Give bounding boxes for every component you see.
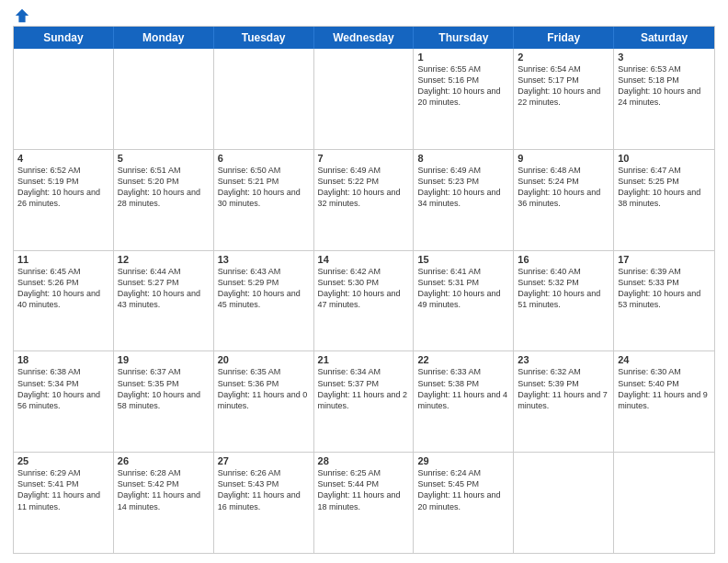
day-content: Sunrise: 6:52 AM Sunset: 5:19 PM Dayligh… xyxy=(17,165,109,210)
logo-icon xyxy=(14,7,30,24)
day-number: 11 xyxy=(17,254,109,265)
calendar-cell: 16Sunrise: 6:40 AM Sunset: 5:32 PM Dayli… xyxy=(514,251,614,351)
calendar-cell xyxy=(214,49,314,149)
day-number: 25 xyxy=(17,455,109,466)
day-number: 14 xyxy=(318,254,410,265)
calendar-cell: 14Sunrise: 6:42 AM Sunset: 5:30 PM Dayli… xyxy=(314,251,415,351)
day-number: 16 xyxy=(518,254,609,265)
day-number: 12 xyxy=(118,254,210,265)
calendar-cell: 1Sunrise: 6:55 AM Sunset: 5:16 PM Daylig… xyxy=(414,49,514,149)
day-content: Sunrise: 6:47 AM Sunset: 5:25 PM Dayligh… xyxy=(618,165,711,210)
day-number: 17 xyxy=(618,254,711,265)
day-content: Sunrise: 6:54 AM Sunset: 5:17 PM Dayligh… xyxy=(518,63,609,109)
day-content: Sunrise: 6:43 AM Sunset: 5:29 PM Dayligh… xyxy=(218,266,310,311)
calendar-cell: 24Sunrise: 6:30 AM Sunset: 5:40 PM Dayli… xyxy=(614,351,714,452)
day-content: Sunrise: 6:53 AM Sunset: 5:18 PM Dayligh… xyxy=(618,63,711,109)
calendar-cell: 5Sunrise: 6:51 AM Sunset: 5:20 PM Daylig… xyxy=(114,150,214,250)
day-number: 9 xyxy=(518,153,609,164)
day-content: Sunrise: 6:25 AM Sunset: 5:44 PM Dayligh… xyxy=(318,467,410,512)
calendar-cell xyxy=(114,49,214,149)
calendar-cell xyxy=(314,49,415,149)
day-number: 23 xyxy=(518,354,609,365)
day-content: Sunrise: 6:35 AM Sunset: 5:36 PM Dayligh… xyxy=(218,366,310,411)
calendar-row: 4Sunrise: 6:52 AM Sunset: 5:19 PM Daylig… xyxy=(14,150,714,251)
header-cell-friday: Friday xyxy=(514,27,614,49)
day-content: Sunrise: 6:49 AM Sunset: 5:22 PM Dayligh… xyxy=(318,165,410,210)
day-number: 22 xyxy=(417,354,509,365)
calendar-cell: 3Sunrise: 6:53 AM Sunset: 5:18 PM Daylig… xyxy=(614,49,714,149)
calendar-cell: 13Sunrise: 6:43 AM Sunset: 5:29 PM Dayli… xyxy=(214,251,314,351)
calendar-body: 1Sunrise: 6:55 AM Sunset: 5:16 PM Daylig… xyxy=(14,49,714,553)
day-number: 20 xyxy=(218,354,310,365)
calendar-cell: 27Sunrise: 6:26 AM Sunset: 5:43 PM Dayli… xyxy=(214,453,314,553)
day-number: 27 xyxy=(218,455,310,466)
day-content: Sunrise: 6:37 AM Sunset: 5:35 PM Dayligh… xyxy=(118,366,210,411)
day-content: Sunrise: 6:29 AM Sunset: 5:41 PM Dayligh… xyxy=(17,467,109,512)
calendar-cell: 7Sunrise: 6:49 AM Sunset: 5:22 PM Daylig… xyxy=(314,150,415,250)
calendar-row: 1Sunrise: 6:55 AM Sunset: 5:16 PM Daylig… xyxy=(14,49,714,150)
calendar-row: 18Sunrise: 6:38 AM Sunset: 5:34 PM Dayli… xyxy=(14,351,714,453)
day-number: 18 xyxy=(17,354,109,365)
calendar-cell: 26Sunrise: 6:28 AM Sunset: 5:42 PM Dayli… xyxy=(114,453,214,553)
day-number: 26 xyxy=(118,455,210,466)
day-content: Sunrise: 6:33 AM Sunset: 5:38 PM Dayligh… xyxy=(417,366,509,411)
day-number: 8 xyxy=(417,153,509,164)
day-content: Sunrise: 6:39 AM Sunset: 5:33 PM Dayligh… xyxy=(618,266,711,311)
day-number: 10 xyxy=(618,153,711,164)
calendar-cell xyxy=(614,453,714,553)
header-cell-wednesday: Wednesday xyxy=(314,27,415,49)
header-cell-thursday: Thursday xyxy=(414,27,514,49)
calendar-cell: 22Sunrise: 6:33 AM Sunset: 5:38 PM Dayli… xyxy=(414,351,514,452)
calendar-cell: 18Sunrise: 6:38 AM Sunset: 5:34 PM Dayli… xyxy=(14,351,114,452)
day-content: Sunrise: 6:41 AM Sunset: 5:31 PM Dayligh… xyxy=(417,266,509,311)
day-content: Sunrise: 6:45 AM Sunset: 5:26 PM Dayligh… xyxy=(17,266,109,311)
header-cell-monday: Monday xyxy=(114,27,214,49)
calendar-cell: 6Sunrise: 6:50 AM Sunset: 5:21 PM Daylig… xyxy=(214,150,314,250)
day-number: 24 xyxy=(618,354,711,365)
calendar-cell: 19Sunrise: 6:37 AM Sunset: 5:35 PM Dayli… xyxy=(114,351,214,452)
day-content: Sunrise: 6:55 AM Sunset: 5:16 PM Dayligh… xyxy=(417,63,509,109)
day-content: Sunrise: 6:48 AM Sunset: 5:24 PM Dayligh… xyxy=(518,165,609,210)
calendar-cell: 9Sunrise: 6:48 AM Sunset: 5:24 PM Daylig… xyxy=(514,150,614,250)
day-number: 7 xyxy=(318,153,410,164)
calendar-row: 11Sunrise: 6:45 AM Sunset: 5:26 PM Dayli… xyxy=(14,251,714,352)
calendar-cell: 20Sunrise: 6:35 AM Sunset: 5:36 PM Dayli… xyxy=(214,351,314,452)
day-content: Sunrise: 6:32 AM Sunset: 5:39 PM Dayligh… xyxy=(518,366,609,411)
day-number: 13 xyxy=(218,254,310,265)
calendar-cell: 29Sunrise: 6:24 AM Sunset: 5:45 PM Dayli… xyxy=(414,453,514,553)
day-content: Sunrise: 6:44 AM Sunset: 5:27 PM Dayligh… xyxy=(118,266,210,311)
day-number: 2 xyxy=(518,52,609,63)
day-number: 6 xyxy=(218,153,310,164)
calendar-cell: 15Sunrise: 6:41 AM Sunset: 5:31 PM Dayli… xyxy=(414,251,514,351)
day-content: Sunrise: 6:26 AM Sunset: 5:43 PM Dayligh… xyxy=(218,467,310,512)
calendar-cell: 11Sunrise: 6:45 AM Sunset: 5:26 PM Dayli… xyxy=(14,251,114,351)
calendar: SundayMondayTuesdayWednesdayThursdayFrid… xyxy=(13,26,715,554)
day-content: Sunrise: 6:38 AM Sunset: 5:34 PM Dayligh… xyxy=(17,366,109,411)
day-number: 28 xyxy=(318,455,410,466)
header-cell-saturday: Saturday xyxy=(614,27,714,49)
calendar-cell: 8Sunrise: 6:49 AM Sunset: 5:23 PM Daylig… xyxy=(414,150,514,250)
calendar-row: 25Sunrise: 6:29 AM Sunset: 5:41 PM Dayli… xyxy=(14,453,714,553)
calendar-cell xyxy=(514,453,614,553)
day-content: Sunrise: 6:51 AM Sunset: 5:20 PM Dayligh… xyxy=(118,165,210,210)
day-content: Sunrise: 6:40 AM Sunset: 5:32 PM Dayligh… xyxy=(518,266,609,311)
day-content: Sunrise: 6:49 AM Sunset: 5:23 PM Dayligh… xyxy=(417,165,509,210)
day-content: Sunrise: 6:24 AM Sunset: 5:45 PM Dayligh… xyxy=(417,467,509,512)
calendar-header: SundayMondayTuesdayWednesdayThursdayFrid… xyxy=(14,27,714,49)
calendar-cell: 25Sunrise: 6:29 AM Sunset: 5:41 PM Dayli… xyxy=(14,453,114,553)
day-content: Sunrise: 6:42 AM Sunset: 5:30 PM Dayligh… xyxy=(318,266,410,311)
calendar-cell xyxy=(14,49,114,149)
svg-marker-0 xyxy=(16,9,28,22)
calendar-cell: 21Sunrise: 6:34 AM Sunset: 5:37 PM Dayli… xyxy=(314,351,415,452)
calendar-cell: 10Sunrise: 6:47 AM Sunset: 5:25 PM Dayli… xyxy=(614,150,714,250)
day-number: 15 xyxy=(417,254,509,265)
logo xyxy=(13,9,30,20)
day-number: 5 xyxy=(118,153,210,164)
calendar-cell: 2Sunrise: 6:54 AM Sunset: 5:17 PM Daylig… xyxy=(514,49,614,149)
calendar-cell: 4Sunrise: 6:52 AM Sunset: 5:19 PM Daylig… xyxy=(14,150,114,250)
day-number: 4 xyxy=(17,153,109,164)
day-content: Sunrise: 6:30 AM Sunset: 5:40 PM Dayligh… xyxy=(618,366,711,411)
day-content: Sunrise: 6:34 AM Sunset: 5:37 PM Dayligh… xyxy=(318,366,410,411)
calendar-cell: 12Sunrise: 6:44 AM Sunset: 5:27 PM Dayli… xyxy=(114,251,214,351)
day-number: 21 xyxy=(318,354,410,365)
